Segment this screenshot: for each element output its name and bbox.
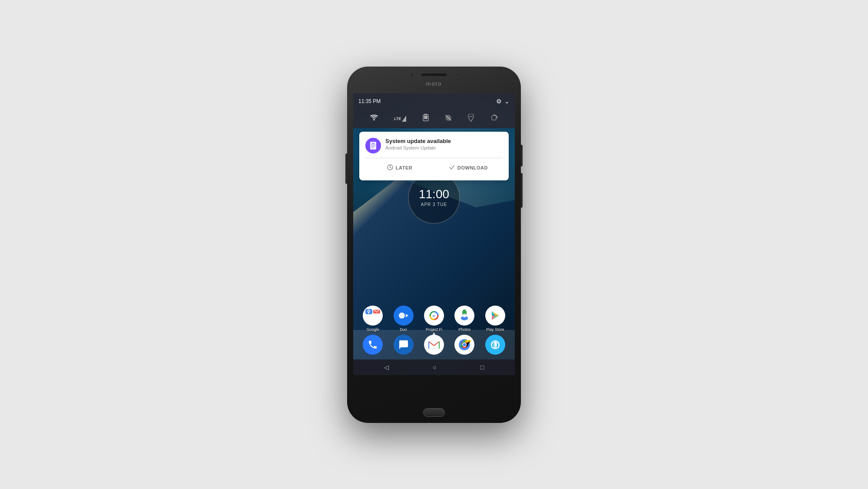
home-button-nav[interactable]: ○ bbox=[428, 362, 441, 373]
notification-subtitle: Android System Update bbox=[385, 145, 503, 150]
notification-app-icon bbox=[365, 138, 381, 153]
notification-header: System update available Android System U… bbox=[365, 138, 503, 153]
app-fi[interactable]: Fi Project Fi bbox=[424, 306, 444, 332]
svg-rect-13 bbox=[371, 146, 375, 146]
notification-divider bbox=[365, 158, 503, 158]
app-duo[interactable]: Duo bbox=[394, 306, 414, 332]
rotate-icon[interactable] bbox=[490, 114, 498, 123]
speaker bbox=[421, 73, 447, 77]
svg-rect-21 bbox=[399, 313, 405, 319]
notification-card: System update available Android System U… bbox=[359, 132, 509, 180]
dock-camera[interactable] bbox=[485, 335, 505, 355]
phone-device: moto 11:35 PM ⚙ ⌄ bbox=[347, 67, 521, 423]
dock-gmail[interactable] bbox=[424, 335, 444, 355]
app-google[interactable]: Google bbox=[363, 306, 383, 332]
volume-button[interactable] bbox=[521, 173, 523, 208]
svg-marker-7 bbox=[468, 114, 474, 122]
photos-app-icon bbox=[454, 306, 474, 326]
maps-mini bbox=[365, 309, 372, 314]
app-playstore[interactable]: Play Store bbox=[485, 306, 505, 332]
phone-body: moto 11:35 PM ⚙ ⌄ bbox=[347, 67, 521, 423]
svg-marker-1 bbox=[402, 116, 406, 122]
svg-point-18 bbox=[368, 310, 370, 312]
clock-icon bbox=[387, 164, 393, 172]
dock bbox=[353, 330, 515, 359]
svg-point-30 bbox=[463, 314, 466, 317]
volume-left-button[interactable] bbox=[345, 153, 347, 184]
svg-rect-14 bbox=[371, 147, 374, 148]
svg-rect-11 bbox=[372, 143, 374, 144]
app-grid: Google Duo bbox=[353, 306, 515, 332]
lte-icon[interactable]: LTE bbox=[394, 116, 406, 122]
dock-messages[interactable] bbox=[394, 335, 414, 355]
wifi-icon[interactable] bbox=[370, 115, 378, 123]
clock-time: 11:00 bbox=[419, 188, 449, 200]
status-time: 11:35 PM bbox=[358, 98, 381, 104]
settings-icon[interactable]: ⚙ bbox=[496, 98, 502, 105]
playstore-app-icon bbox=[485, 306, 505, 326]
flashlight-icon[interactable] bbox=[468, 114, 474, 123]
phone-top-bar bbox=[410, 73, 458, 77]
download-button[interactable]: DOWNLOAD bbox=[434, 162, 503, 174]
later-label: LATER bbox=[396, 165, 412, 170]
dock-phone[interactable] bbox=[363, 335, 383, 355]
svg-text:Fi: Fi bbox=[433, 314, 435, 317]
quick-settings-bar: LTE bbox=[353, 109, 515, 128]
svg-point-43 bbox=[494, 345, 496, 346]
brand-label: moto bbox=[426, 80, 442, 87]
svg-line-17 bbox=[390, 167, 391, 168]
back-button[interactable]: ◁ bbox=[380, 362, 393, 373]
svg-point-0 bbox=[373, 119, 374, 120]
fingerprint-button[interactable] bbox=[423, 408, 445, 417]
svg-rect-12 bbox=[371, 144, 375, 145]
battery-icon bbox=[423, 114, 429, 123]
svg-point-39 bbox=[463, 343, 466, 346]
clock-date: APR 3 TUE bbox=[421, 202, 447, 207]
notification-actions: LATER DOWNLOAD bbox=[365, 162, 503, 174]
status-icons: ⚙ ⌄ bbox=[496, 98, 510, 105]
front-camera bbox=[410, 73, 414, 77]
expand-icon[interactable]: ⌄ bbox=[504, 98, 510, 105]
nav-bar: ◁ ○ □ bbox=[353, 359, 515, 375]
recents-button[interactable]: □ bbox=[476, 362, 488, 373]
phone-screen: 11:35 PM ⚙ ⌄ bbox=[353, 93, 515, 375]
gmail-mini bbox=[373, 309, 380, 314]
fi-app-icon: Fi bbox=[424, 306, 444, 326]
notification-text: System update available Android System U… bbox=[385, 138, 503, 150]
later-button[interactable]: LATER bbox=[365, 162, 434, 174]
power-button[interactable] bbox=[521, 145, 523, 166]
sensor bbox=[454, 73, 458, 77]
svg-rect-9 bbox=[492, 116, 496, 120]
dnd-icon[interactable] bbox=[445, 114, 452, 123]
status-bar: 11:35 PM ⚙ ⌄ bbox=[353, 93, 515, 109]
svg-rect-4 bbox=[424, 116, 427, 119]
svg-rect-35 bbox=[429, 341, 439, 349]
app-photos[interactable]: Photos bbox=[454, 306, 474, 332]
svg-marker-22 bbox=[406, 314, 408, 317]
google-app-icon bbox=[363, 306, 383, 326]
dock-chrome[interactable] bbox=[454, 335, 474, 355]
duo-app-icon bbox=[394, 306, 414, 326]
notification-title: System update available bbox=[385, 138, 503, 144]
check-icon bbox=[449, 164, 455, 172]
download-label: DOWNLOAD bbox=[457, 165, 488, 170]
